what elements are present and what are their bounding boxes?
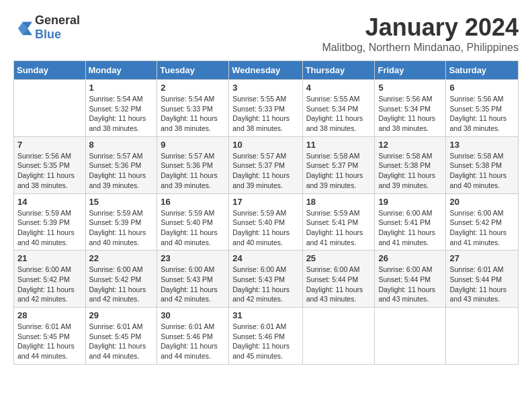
day-number: 19 [378, 197, 442, 207]
day-number: 24 [232, 253, 298, 263]
day-info: Sunrise: 6:00 AM Sunset: 5:44 PM Dayligh… [378, 265, 442, 304]
page-header: General Blue January 2024 Malitbog, Nort… [13, 13, 519, 54]
calendar-cell: 16Sunrise: 5:59 AM Sunset: 5:40 PM Dayli… [157, 193, 229, 250]
day-info: Sunrise: 6:00 AM Sunset: 5:43 PM Dayligh… [161, 265, 225, 304]
weekday-header-cell: Saturday [446, 61, 519, 80]
day-info: Sunrise: 6:00 AM Sunset: 5:42 PM Dayligh… [449, 208, 515, 248]
day-info: Sunrise: 5:54 AM Sunset: 5:33 PM Dayligh… [161, 94, 225, 134]
calendar-cell: 27Sunrise: 6:01 AM Sunset: 5:44 PM Dayli… [446, 250, 519, 308]
calendar-cell: 19Sunrise: 6:00 AM Sunset: 5:41 PM Dayli… [375, 193, 446, 250]
calendar-week-row: 1Sunrise: 5:54 AM Sunset: 5:32 PM Daylig… [14, 80, 519, 137]
day-info: Sunrise: 5:58 AM Sunset: 5:37 PM Dayligh… [306, 151, 371, 191]
day-info: Sunrise: 6:01 AM Sunset: 5:44 PM Dayligh… [449, 265, 515, 304]
day-number: 10 [232, 140, 298, 150]
day-number: 4 [306, 83, 371, 93]
day-number: 3 [232, 83, 298, 93]
weekday-header-cell: Monday [85, 61, 157, 80]
day-info: Sunrise: 6:01 AM Sunset: 5:45 PM Dayligh… [17, 322, 82, 361]
calendar-cell: 11Sunrise: 5:58 AM Sunset: 5:37 PM Dayli… [302, 136, 375, 193]
calendar-cell: 21Sunrise: 6:00 AM Sunset: 5:42 PM Dayli… [14, 250, 86, 308]
calendar-cell [446, 308, 519, 365]
day-number: 7 [17, 140, 82, 150]
calendar-cell: 25Sunrise: 6:00 AM Sunset: 5:44 PM Dayli… [302, 250, 375, 308]
logo-text: General Blue [35, 13, 80, 42]
day-number: 26 [378, 253, 442, 263]
day-number: 30 [161, 310, 225, 320]
day-info: Sunrise: 6:00 AM Sunset: 5:42 PM Dayligh… [17, 265, 82, 304]
day-number: 31 [232, 310, 298, 320]
calendar-cell: 13Sunrise: 5:58 AM Sunset: 5:38 PM Dayli… [446, 136, 519, 193]
calendar-cell: 15Sunrise: 5:59 AM Sunset: 5:39 PM Dayli… [85, 193, 157, 250]
calendar-cell: 24Sunrise: 6:00 AM Sunset: 5:43 PM Dayli… [229, 250, 302, 308]
calendar-cell: 31Sunrise: 6:01 AM Sunset: 5:46 PM Dayli… [229, 308, 302, 365]
weekday-header-cell: Wednesday [229, 61, 302, 80]
calendar-cell: 6Sunrise: 5:56 AM Sunset: 5:35 PM Daylig… [446, 80, 519, 137]
day-number: 12 [378, 140, 442, 150]
day-info: Sunrise: 5:56 AM Sunset: 5:35 PM Dayligh… [17, 151, 82, 191]
day-number: 22 [89, 253, 154, 263]
calendar-week-row: 28Sunrise: 6:01 AM Sunset: 5:45 PM Dayli… [14, 308, 519, 365]
calendar-body: 1Sunrise: 5:54 AM Sunset: 5:32 PM Daylig… [14, 80, 519, 365]
calendar-cell [302, 308, 375, 365]
day-number: 28 [17, 310, 82, 320]
calendar-week-row: 7Sunrise: 5:56 AM Sunset: 5:35 PM Daylig… [14, 136, 519, 193]
day-number: 9 [161, 140, 225, 150]
calendar-cell: 17Sunrise: 5:59 AM Sunset: 5:40 PM Dayli… [229, 193, 302, 250]
day-info: Sunrise: 6:00 AM Sunset: 5:42 PM Dayligh… [89, 265, 154, 304]
calendar-cell: 26Sunrise: 6:00 AM Sunset: 5:44 PM Dayli… [375, 250, 446, 308]
day-info: Sunrise: 5:56 AM Sunset: 5:35 PM Dayligh… [449, 94, 515, 134]
day-number: 29 [89, 310, 154, 320]
calendar-cell: 1Sunrise: 5:54 AM Sunset: 5:32 PM Daylig… [85, 80, 157, 137]
calendar-cell [14, 80, 86, 137]
day-number: 25 [306, 253, 371, 263]
day-info: Sunrise: 5:57 AM Sunset: 5:36 PM Dayligh… [89, 151, 154, 191]
day-info: Sunrise: 6:01 AM Sunset: 5:46 PM Dayligh… [161, 322, 225, 361]
location-subtitle: Malitbog, Northern Mindanao, Philippines [322, 42, 519, 54]
calendar-cell: 2Sunrise: 5:54 AM Sunset: 5:33 PM Daylig… [157, 80, 229, 137]
day-number: 2 [161, 83, 225, 93]
day-number: 8 [89, 140, 154, 150]
day-info: Sunrise: 5:59 AM Sunset: 5:41 PM Dayligh… [306, 208, 371, 248]
calendar-cell: 9Sunrise: 5:57 AM Sunset: 5:36 PM Daylig… [157, 136, 229, 193]
calendar-week-row: 21Sunrise: 6:00 AM Sunset: 5:42 PM Dayli… [14, 250, 519, 308]
logo-icon [13, 18, 32, 37]
day-number: 20 [449, 197, 515, 207]
day-number: 1 [89, 83, 154, 93]
day-number: 17 [232, 197, 298, 207]
day-info: Sunrise: 6:00 AM Sunset: 5:44 PM Dayligh… [306, 265, 371, 304]
calendar-cell: 8Sunrise: 5:57 AM Sunset: 5:36 PM Daylig… [85, 136, 157, 193]
title-block: January 2024 Malitbog, Northern Mindanao… [322, 13, 519, 54]
calendar-cell: 30Sunrise: 6:01 AM Sunset: 5:46 PM Dayli… [157, 308, 229, 365]
day-number: 21 [17, 253, 82, 263]
calendar-cell: 18Sunrise: 5:59 AM Sunset: 5:41 PM Dayli… [302, 193, 375, 250]
calendar-week-row: 14Sunrise: 5:59 AM Sunset: 5:39 PM Dayli… [14, 193, 519, 250]
calendar-cell [375, 308, 446, 365]
weekday-header-cell: Thursday [302, 61, 375, 80]
calendar-cell: 29Sunrise: 6:01 AM Sunset: 5:45 PM Dayli… [85, 308, 157, 365]
day-number: 11 [306, 140, 371, 150]
day-info: Sunrise: 6:00 AM Sunset: 5:43 PM Dayligh… [232, 265, 298, 304]
day-info: Sunrise: 5:54 AM Sunset: 5:32 PM Dayligh… [89, 94, 154, 134]
calendar-cell: 22Sunrise: 6:00 AM Sunset: 5:42 PM Dayli… [85, 250, 157, 308]
calendar-cell: 7Sunrise: 5:56 AM Sunset: 5:35 PM Daylig… [14, 136, 86, 193]
day-info: Sunrise: 5:59 AM Sunset: 5:39 PM Dayligh… [17, 208, 82, 248]
day-info: Sunrise: 6:00 AM Sunset: 5:41 PM Dayligh… [378, 208, 442, 248]
calendar-cell: 20Sunrise: 6:00 AM Sunset: 5:42 PM Dayli… [446, 193, 519, 250]
weekday-header-cell: Tuesday [157, 61, 229, 80]
day-info: Sunrise: 5:58 AM Sunset: 5:38 PM Dayligh… [449, 151, 515, 191]
calendar-cell: 12Sunrise: 5:58 AM Sunset: 5:38 PM Dayli… [375, 136, 446, 193]
day-number: 16 [161, 197, 225, 207]
calendar-cell: 10Sunrise: 5:57 AM Sunset: 5:37 PM Dayli… [229, 136, 302, 193]
calendar-cell: 3Sunrise: 5:55 AM Sunset: 5:33 PM Daylig… [229, 80, 302, 137]
day-info: Sunrise: 6:01 AM Sunset: 5:45 PM Dayligh… [89, 322, 154, 361]
day-number: 5 [378, 83, 442, 93]
day-info: Sunrise: 5:55 AM Sunset: 5:34 PM Dayligh… [306, 94, 371, 134]
calendar-cell: 4Sunrise: 5:55 AM Sunset: 5:34 PM Daylig… [302, 80, 375, 137]
calendar-cell: 14Sunrise: 5:59 AM Sunset: 5:39 PM Dayli… [14, 193, 86, 250]
weekday-header-cell: Sunday [14, 61, 86, 80]
day-number: 18 [306, 197, 371, 207]
calendar-table: SundayMondayTuesdayWednesdayThursdayFrid… [13, 60, 519, 365]
day-number: 13 [449, 140, 515, 150]
day-number: 14 [17, 197, 82, 207]
day-info: Sunrise: 6:01 AM Sunset: 5:46 PM Dayligh… [232, 322, 298, 361]
